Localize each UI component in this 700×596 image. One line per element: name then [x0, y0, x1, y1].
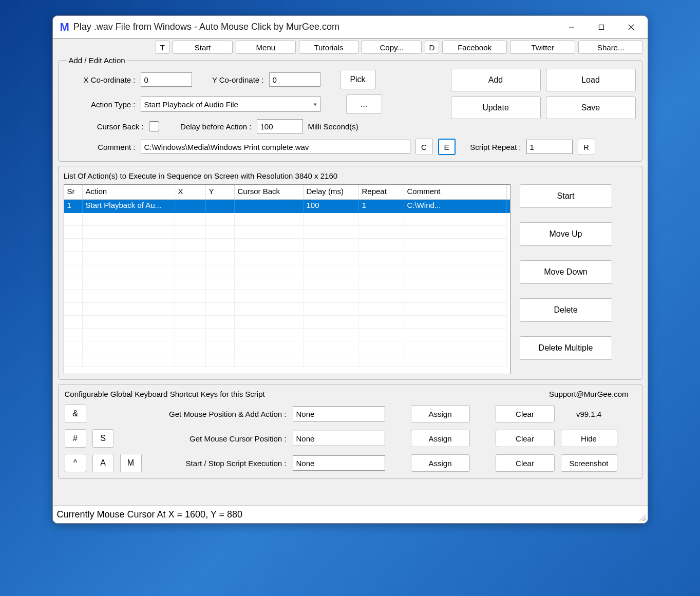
td-repeat: 1 [359, 200, 404, 213]
twitter-button[interactable]: Twitter [510, 41, 575, 54]
add-button[interactable]: Add [451, 69, 541, 91]
shortcuts-group: Configurable Global Keyboard Shortcut Ke… [58, 384, 642, 479]
pick-button[interactable]: Pick [340, 70, 376, 89]
clear-1-button[interactable]: Clear [496, 405, 555, 422]
action-list-label: List Of Action(s) to Execute in Sequence… [64, 171, 637, 180]
th-comment[interactable]: Comment [404, 185, 507, 199]
hide-button[interactable]: Hide [561, 430, 617, 447]
app-icon: M [60, 21, 69, 34]
y-coordinate-input[interactable] [269, 72, 320, 87]
assign-3-button[interactable]: Assign [411, 454, 470, 472]
th-cursor-back[interactable]: Cursor Back [235, 185, 304, 199]
close-button[interactable] [617, 17, 646, 37]
start-toolbar-button[interactable]: Start [173, 41, 233, 54]
clear-2-button[interactable]: Clear [496, 430, 555, 447]
move-down-button[interactable]: Move Down [520, 260, 612, 284]
shortcut-add-action-input[interactable] [293, 406, 385, 421]
action-list-group: List Of Action(s) to Execute in Sequence… [58, 166, 642, 380]
script-repeat-input[interactable] [526, 140, 573, 154]
load-button[interactable]: Load [546, 69, 636, 91]
clear-3-button[interactable]: Clear [496, 454, 555, 472]
shortcuts-legend: Configurable Global Keyboard Shortcut Ke… [65, 390, 265, 398]
th-sr[interactable]: Sr [64, 185, 83, 199]
svg-rect-1 [599, 25, 603, 29]
delay-unit-label: Milli Second(s) [308, 122, 358, 131]
amp-button[interactable]: & [65, 405, 86, 423]
dots-button[interactable]: ... [346, 94, 382, 114]
save-button[interactable]: Save [546, 97, 636, 119]
get-pos-add-label: Get Mouse Position & Add Action : [148, 410, 287, 418]
action-type-label: Action Type : [64, 100, 136, 109]
window-title: Play .wav File from Windows - Auto Mouse… [73, 22, 339, 32]
minimize-icon [569, 24, 575, 30]
cursor-back-checkbox[interactable] [149, 121, 159, 131]
table-header: Sr Action X Y Cursor Back Delay (ms) Rep… [64, 185, 510, 200]
th-y[interactable]: Y [206, 185, 235, 199]
delay-label: Delay before Action : [164, 122, 252, 131]
s-button[interactable]: S [92, 429, 114, 448]
get-cursor-pos-label: Get Mouse Cursor Position : [148, 434, 287, 443]
move-up-button[interactable]: Move Up [520, 222, 612, 246]
action-type-value: Start Playback of Audio File [144, 100, 238, 109]
update-button[interactable]: Update [451, 97, 541, 119]
comment-label: Comment : [64, 143, 136, 151]
r-button[interactable]: R [578, 139, 595, 155]
delete-multiple-button[interactable]: Delete Multiple [520, 336, 612, 360]
y-coordinate-label: Y Co-ordinate : [197, 75, 264, 84]
assign-2-button[interactable]: Assign [411, 430, 470, 447]
td-cb [235, 200, 304, 213]
script-repeat-label: Script Repeat : [461, 143, 521, 151]
td-x [175, 200, 206, 213]
toolbar: T Start Menu Tutorials Copy... D Faceboo… [53, 39, 648, 56]
c-button[interactable]: C [415, 139, 433, 155]
cursor-back-label: Cursor Back : [64, 122, 144, 131]
shortcut-start-stop-input[interactable] [293, 455, 385, 471]
titlebar: M Play .wav File from Windows - Auto Mou… [53, 16, 648, 39]
menu-button[interactable]: Menu [236, 41, 296, 54]
th-action[interactable]: Action [83, 185, 175, 199]
copy-button[interactable]: Copy... [362, 41, 422, 54]
th-delay[interactable]: Delay (ms) [304, 185, 359, 199]
resize-grip-icon[interactable] [637, 513, 646, 521]
action-table[interactable]: Sr Action X Y Cursor Back Delay (ms) Rep… [64, 184, 510, 374]
chevron-down-icon: ▾ [314, 101, 317, 108]
table-side-buttons: Start Move Up Move Down Delete Delete Mu… [520, 184, 612, 374]
maximize-button[interactable] [587, 17, 616, 37]
d-button[interactable]: D [425, 41, 439, 54]
delete-button[interactable]: Delete [520, 298, 612, 322]
status-bar: Currently Mouse Cursor At X = 1600, Y = … [53, 506, 648, 523]
a-button[interactable]: A [92, 454, 114, 472]
comment-input[interactable] [141, 140, 410, 154]
td-delay: 100 [304, 200, 359, 213]
assign-1-button[interactable]: Assign [411, 405, 470, 422]
td-y [206, 200, 235, 213]
td-sr: 1 [64, 200, 83, 213]
th-x[interactable]: X [175, 185, 206, 199]
screenshot-button[interactable]: Screenshot [561, 454, 617, 472]
add-edit-action-group: Add / Edit Action Add Load Update Save X… [58, 56, 642, 162]
t-button[interactable]: T [156, 41, 170, 54]
close-icon [628, 24, 634, 30]
app-window: M Play .wav File from Windows - Auto Mou… [52, 15, 648, 524]
td-comment: C:\Wind... [404, 200, 507, 213]
e-button[interactable]: E [438, 139, 456, 155]
share-button[interactable]: Share... [578, 41, 644, 54]
x-coordinate-input[interactable] [141, 72, 192, 87]
start-stop-label: Start / Stop Script Execution : [148, 459, 287, 468]
m-button[interactable]: M [120, 454, 142, 472]
hash-button[interactable]: # [65, 429, 86, 448]
delay-input[interactable] [257, 119, 303, 133]
status-text: Currently Mouse Cursor At X = 1600, Y = … [57, 509, 243, 520]
facebook-button[interactable]: Facebook [442, 41, 507, 54]
td-action: Start Playback of Au... [83, 200, 175, 213]
start-script-button[interactable]: Start [520, 184, 612, 208]
version-label: v99.1.4 [561, 410, 617, 418]
action-type-select[interactable]: Start Playback of Audio File ▾ [141, 97, 320, 112]
th-repeat[interactable]: Repeat [359, 185, 404, 199]
x-coordinate-label: X Co-ordinate : [64, 75, 136, 84]
caret-button[interactable]: ^ [65, 454, 86, 472]
table-row[interactable]: 1 Start Playback of Au... 100 1 C:\Wind.… [64, 200, 510, 213]
shortcut-get-pos-input[interactable] [293, 431, 385, 446]
tutorials-button[interactable]: Tutorials [299, 41, 359, 54]
minimize-button[interactable] [557, 17, 586, 37]
